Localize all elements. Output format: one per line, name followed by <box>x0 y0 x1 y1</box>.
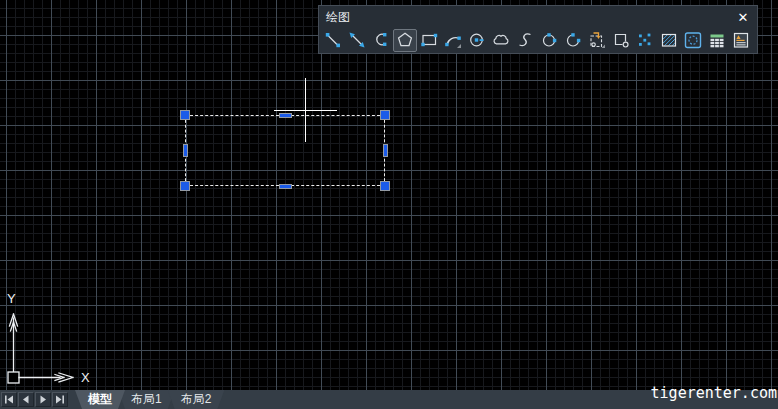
grip-bottom-left[interactable] <box>180 181 190 191</box>
construction-line-icon <box>347 30 367 50</box>
previous-icon <box>21 395 31 404</box>
hatch-icon <box>659 30 679 50</box>
make-block-icon <box>611 30 631 50</box>
tab-nav-first-button[interactable] <box>1 392 17 407</box>
table-icon <box>707 30 727 50</box>
first-icon <box>4 395 14 404</box>
tool-arc-button[interactable] <box>441 29 465 52</box>
draw-toolbar: 绘图 ✕ <box>318 5 758 54</box>
tool-spline-button[interactable] <box>513 29 537 52</box>
line-icon <box>323 30 343 50</box>
grip-top-left[interactable] <box>180 110 190 120</box>
tool-rectangle-button[interactable] <box>417 29 441 52</box>
ellipse-icon <box>539 30 559 50</box>
selected-rectangle[interactable] <box>185 115 385 186</box>
draw-toolbar-tools <box>319 27 757 53</box>
grip-left-mid[interactable] <box>183 144 188 157</box>
tool-ellipse-button[interactable] <box>537 29 561 52</box>
rectangle-icon <box>419 30 439 50</box>
point-icon <box>635 30 655 50</box>
ucs-y-label: Y <box>7 291 16 306</box>
tool-construction-line-button[interactable] <box>345 29 369 52</box>
tab-nav-next-button[interactable] <box>35 392 51 407</box>
layout-tabs: 模型 布局1 布局2 <box>75 390 224 409</box>
grip-top-mid[interactable] <box>279 113 292 118</box>
multiline-text-icon <box>731 30 751 50</box>
circle-icon <box>467 30 487 50</box>
ucs-x-label: X <box>81 370 90 385</box>
insert-block-icon <box>587 30 607 50</box>
draw-toolbar-titlebar[interactable]: 绘图 ✕ <box>319 6 757 27</box>
tab-layout1[interactable]: 布局1 <box>118 390 175 409</box>
tab-model[interactable]: 模型 <box>75 390 125 409</box>
tool-point-button[interactable] <box>633 29 657 52</box>
grip-bottom-mid[interactable] <box>279 184 292 189</box>
ellipse-arc-icon <box>563 30 583 50</box>
drawing-canvas[interactable] <box>0 0 778 390</box>
tab-nav-previous-button[interactable] <box>18 392 34 407</box>
grip-top-right[interactable] <box>380 110 390 120</box>
close-icon[interactable]: ✕ <box>735 11 751 25</box>
grip-bottom-right[interactable] <box>380 181 390 191</box>
draw-toolbar-title: 绘图 <box>326 9 350 26</box>
tool-multiline-text-button[interactable] <box>729 29 753 52</box>
tool-hatch-button[interactable] <box>657 29 681 52</box>
tool-circle-button[interactable] <box>465 29 489 52</box>
revision-cloud-icon <box>491 30 511 50</box>
crosshair-cursor <box>274 110 337 111</box>
polyline-icon <box>371 30 391 50</box>
tool-polygon-button[interactable] <box>393 29 417 52</box>
grip-right-mid[interactable] <box>383 144 388 157</box>
tool-ellipse-arc-button[interactable] <box>561 29 585 52</box>
tool-make-block-button[interactable] <box>609 29 633 52</box>
tool-gradient-button[interactable] <box>681 29 705 52</box>
arc-icon <box>443 30 463 50</box>
next-icon <box>38 395 48 404</box>
tool-line-button[interactable] <box>321 29 345 52</box>
polygon-icon <box>395 30 415 50</box>
tool-insert-block-button[interactable] <box>585 29 609 52</box>
spline-icon <box>515 30 535 50</box>
watermark-text: tigerenter.com <box>651 384 777 402</box>
tab-layout2[interactable]: 布局2 <box>168 390 225 409</box>
tool-revision-cloud-button[interactable] <box>489 29 513 52</box>
last-icon <box>55 395 65 404</box>
tool-polyline-button[interactable] <box>369 29 393 52</box>
tab-nav-last-button[interactable] <box>52 392 68 407</box>
gradient-icon <box>683 30 703 50</box>
tool-table-button[interactable] <box>705 29 729 52</box>
